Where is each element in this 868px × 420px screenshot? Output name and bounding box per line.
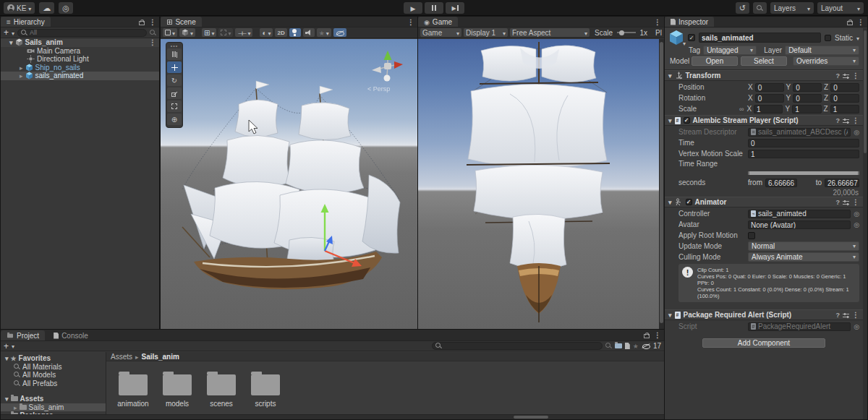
tab-game[interactable]: Game bbox=[418, 17, 458, 27]
pause-button[interactable] bbox=[425, 2, 443, 14]
scale-y-field[interactable]: 1 bbox=[792, 105, 821, 113]
expand-icon[interactable] bbox=[5, 354, 9, 362]
project-horizontal-scrollbar[interactable] bbox=[1, 414, 664, 419]
component-menu-icon[interactable] bbox=[852, 311, 859, 319]
pan-tool-button[interactable] bbox=[167, 48, 182, 60]
snap-dropdown[interactable] bbox=[218, 28, 233, 37]
time-field[interactable]: 0 bbox=[748, 139, 859, 147]
object-picker-icon[interactable] bbox=[854, 220, 859, 228]
breadcrumb-root[interactable]: Assets bbox=[111, 353, 132, 361]
position-y-field[interactable]: 0 bbox=[793, 83, 822, 92]
overrides-dropdown[interactable]: Overrides bbox=[793, 56, 859, 66]
scene-viewport[interactable]: < Persp ••• bbox=[161, 39, 417, 329]
favorite-all-models[interactable]: All Models bbox=[1, 371, 106, 380]
model-select-button[interactable]: Select bbox=[741, 56, 787, 66]
display-dropdown[interactable]: Display 1 bbox=[464, 28, 508, 37]
presets-icon[interactable] bbox=[843, 200, 849, 205]
tab-hierarchy[interactable]: Hierarchy bbox=[1, 17, 51, 27]
folder-models[interactable]: models bbox=[161, 374, 194, 408]
time-range-slider[interactable] bbox=[748, 170, 859, 176]
help-icon[interactable] bbox=[836, 198, 841, 206]
search-by-type-icon[interactable] bbox=[150, 30, 156, 36]
position-x-field[interactable]: 0 bbox=[755, 83, 784, 92]
component-menu-icon[interactable] bbox=[852, 72, 859, 80]
lock-icon[interactable] bbox=[846, 20, 852, 25]
object-name-input[interactable] bbox=[699, 33, 821, 43]
vertex-motion-scale-field[interactable]: 1 bbox=[748, 150, 859, 158]
foldout-icon[interactable] bbox=[668, 72, 672, 80]
inspector-scrollbar[interactable] bbox=[863, 28, 867, 419]
controller-field[interactable]: ⌁ sails_animated bbox=[748, 210, 851, 218]
rotation-z-field[interactable]: 0 bbox=[830, 94, 859, 103]
animator-enabled-checkbox[interactable] bbox=[686, 199, 692, 205]
avatar-field[interactable]: None (Avatar) bbox=[748, 220, 851, 229]
project-search-input[interactable] bbox=[444, 343, 599, 350]
add-component-button[interactable]: Add Component bbox=[702, 338, 825, 348]
move-tool-button[interactable] bbox=[167, 61, 182, 73]
panel-menu-icon[interactable] bbox=[654, 18, 661, 26]
scene-audio-toggle[interactable] bbox=[303, 28, 315, 37]
hidden-count-icon[interactable] bbox=[642, 343, 650, 349]
tag-dropdown[interactable]: Untagged bbox=[703, 46, 757, 55]
transform-tool-button[interactable] bbox=[167, 113, 182, 125]
rect-tool-button[interactable] bbox=[167, 100, 182, 112]
assets-row[interactable]: Assets bbox=[1, 395, 106, 403]
stream-descriptor-field[interactable]: ≡ sails_animated_ABCDesc (Alembic bbox=[748, 128, 851, 137]
hierarchy-search-input[interactable] bbox=[30, 29, 143, 36]
help-icon[interactable] bbox=[836, 116, 841, 124]
rotation-x-field[interactable]: 0 bbox=[755, 94, 784, 103]
account-button[interactable]: KE bbox=[4, 2, 35, 14]
grid-visibility-dropdown[interactable] bbox=[202, 28, 216, 37]
render-doodads-dropdown[interactable] bbox=[260, 28, 273, 37]
object-picker-icon[interactable] bbox=[854, 210, 859, 218]
scene-menu-icon[interactable] bbox=[149, 38, 156, 46]
cloud-button[interactable] bbox=[39, 2, 54, 14]
scene-lighting-toggle[interactable] bbox=[289, 28, 301, 37]
hierarchy-item-ship-no-sails[interactable]: Ship_no_sails bbox=[1, 64, 159, 72]
2d-toggle[interactable]: 2D bbox=[275, 28, 286, 37]
expand-icon[interactable] bbox=[20, 64, 23, 72]
grid-snapping-dropdown[interactable] bbox=[235, 28, 252, 37]
create-button[interactable] bbox=[4, 27, 9, 38]
help-icon[interactable] bbox=[836, 311, 841, 319]
layout-dropdown[interactable]: Layout bbox=[817, 2, 864, 14]
presets-icon[interactable] bbox=[843, 73, 849, 79]
active-checkbox[interactable] bbox=[688, 34, 695, 41]
undo-history-button[interactable] bbox=[736, 2, 749, 14]
scale-slider[interactable] bbox=[617, 32, 636, 33]
culling-mode-dropdown[interactable]: Always Animate bbox=[748, 252, 859, 262]
tab-inspector[interactable]: Inspector bbox=[665, 17, 714, 27]
object-picker-icon[interactable] bbox=[854, 322, 859, 330]
rotation-y-field[interactable]: 0 bbox=[793, 94, 822, 103]
panel-menu-icon[interactable] bbox=[149, 18, 156, 26]
collab-button[interactable] bbox=[59, 2, 73, 14]
scale-x-field[interactable]: 1 bbox=[754, 105, 783, 113]
expand-icon[interactable] bbox=[20, 72, 23, 80]
link-scale-icon[interactable] bbox=[739, 105, 744, 113]
panel-menu-icon[interactable] bbox=[654, 331, 661, 339]
hierarchy-scene-row[interactable]: Sails_anim bbox=[1, 38, 159, 47]
help-icon[interactable] bbox=[836, 72, 841, 80]
scale-z-field[interactable]: 1 bbox=[830, 105, 859, 113]
play-button[interactable] bbox=[404, 2, 422, 14]
overlay-drag-handle[interactable]: ••• bbox=[171, 44, 178, 48]
folder-animation[interactable]: animation bbox=[116, 374, 150, 408]
package-alert-header[interactable]: # Package Required Alert (Script) bbox=[665, 309, 863, 320]
model-open-button[interactable]: Open bbox=[692, 56, 738, 66]
chevron-down-icon[interactable] bbox=[12, 342, 14, 350]
position-z-field[interactable]: 0 bbox=[830, 83, 859, 92]
asset-filter-icon[interactable] bbox=[615, 343, 622, 348]
from-field[interactable]: 6.66666 bbox=[765, 179, 797, 187]
presets-icon[interactable] bbox=[843, 312, 849, 318]
panel-menu-icon[interactable] bbox=[857, 18, 864, 26]
hierarchy-item-main-camera[interactable]: Main Camera bbox=[1, 47, 159, 56]
object-picker-icon[interactable] bbox=[854, 128, 859, 136]
folder-scenes[interactable]: scenes bbox=[205, 374, 238, 408]
favorite-all-prefabs[interactable]: All Prefabs bbox=[1, 380, 106, 388]
tab-scene[interactable]: Scene bbox=[161, 17, 202, 27]
alembic-header[interactable]: # Alembic Stream Player (Script) bbox=[665, 115, 863, 126]
update-mode-dropdown[interactable]: Normal bbox=[748, 241, 859, 251]
hierarchy-item-directional-light[interactable]: Directional Light bbox=[1, 55, 159, 64]
icon-picker-caret[interactable] bbox=[683, 39, 686, 47]
panel-menu-icon[interactable] bbox=[407, 18, 414, 26]
